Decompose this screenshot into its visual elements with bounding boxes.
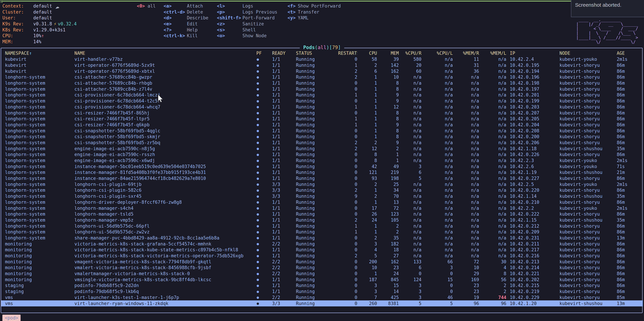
pod-row-vmsingle-victoria-metrics-k8s-stack-9bc8ff4db-lkcsc[interactable]: monitoringvmsingle-victoria-metrics-k8s-… bbox=[1, 276, 643, 282]
pod-row-csi-provisioner-6c78dcb664-t2c5r[interactable]: longhorn-systemcsi-provisioner-6c78dcb66… bbox=[1, 98, 643, 104]
menu-item-shell[interactable]: <s>Shell bbox=[217, 27, 278, 33]
column-header-mem[interactable]: MEM bbox=[377, 51, 399, 56]
menu-item-logs[interactable]: <l>Logs bbox=[217, 3, 278, 9]
pod-row-longhorn-manager-tsld5[interactable]: longhorn-systemlonghorn-manager-tsld5●1/… bbox=[1, 211, 643, 217]
pod-row-csi-snapshotter-58bf69fbd5-4qglc[interactable]: longhorn-systemcsi-snapshotter-58bf69fbd… bbox=[1, 128, 643, 134]
menu-item-show-portforward[interactable]: <f>Show PortForward bbox=[288, 3, 341, 9]
cell-ready: 1/1 bbox=[272, 98, 296, 104]
pod-row-instance-manager-81fd5a408b3f0fe37bb915f193ce4b31[interactable]: longhorn-systeminstance-manager-81fd5a40… bbox=[1, 169, 643, 175]
cell-restarts: 0 bbox=[338, 259, 357, 264]
column-header-restarts[interactable]: RESTARTS bbox=[338, 51, 357, 56]
pod-row-share-manager-pvc-4bbd8429-aa8a-4912-92cb-8cc1aa5e6b8a[interactable]: longhorn-systemshare-manager-pvc-4bbd842… bbox=[1, 235, 643, 241]
notification-text: Screenshot aborted. bbox=[575, 2, 621, 8]
column-header-name[interactable]: NAME bbox=[74, 51, 256, 56]
column-header-status[interactable]: STATUS bbox=[296, 51, 338, 56]
pod-row-longhorn-csi-plugin-69tjb[interactable]: longhorn-systemlonghorn-csi-plugin-69tjb… bbox=[1, 181, 643, 187]
column-header-pcpu-r[interactable]: %CPU/R bbox=[399, 51, 422, 56]
cell-restarts: 2 bbox=[338, 146, 357, 151]
cell-pmem-l: n/a bbox=[479, 122, 506, 127]
cell-restarts: 0 bbox=[338, 241, 357, 246]
menu-item-delete[interactable]: <ctrl-d>Delete bbox=[164, 9, 208, 15]
cell-restarts: 0 bbox=[338, 235, 357, 240]
cell-mem: 845 bbox=[377, 277, 399, 282]
menu-item-attach[interactable]: <a>Attach bbox=[164, 3, 208, 9]
column-header-node[interactable]: NODE bbox=[556, 51, 613, 56]
column-header-pcpu-l[interactable]: %CPU/L bbox=[422, 51, 453, 56]
port-forward-dot-icon: ● bbox=[256, 206, 272, 210]
pod-row-csi-attacher-57689cc84b-rhbgb[interactable]: longhorn-systemcsi-attacher-57689cc84b-r… bbox=[1, 80, 643, 86]
pod-row-virt-operator-6776f5689d-xbtxl[interactable]: kubevirtvirt-operator-6776f5689d-xbtxl●1… bbox=[1, 68, 643, 74]
pod-row-csi-attacher-57689cc84b-gwzpr[interactable]: longhorn-systemcsi-attacher-57689cc84b-g… bbox=[1, 74, 643, 80]
pod-row-vmagent-victoria-metrics-k8s-stack-7794f8db9f-gkqtl[interactable]: monitoringvmagent-victoria-metrics-k8s-s… bbox=[1, 259, 643, 265]
pod-row-victoria-metrics-k8s-stack-victoria-metrics-operator-75db526xgb[interactable]: monitoringvictoria-metrics-k8s-stack-vic… bbox=[1, 253, 643, 259]
pod-row-csi-snapshotter-58bf69fbd5-skmjr[interactable]: longhorn-systemcsi-snapshotter-58bf69fbd… bbox=[1, 134, 643, 140]
pod-row-vmalertmanager-victoria-metrics-k8s-stack-0[interactable]: monitoringvmalertmanager-victoria-metric… bbox=[1, 271, 643, 277]
pod-row-virt-launcher-ryan-windows-11-zkdqk[interactable]: vmsvirt-launcher-ryan-windows-11-zkdqk●3… bbox=[1, 300, 643, 306]
pod-row-virt-launcher-k3s-test-1-master-1-j6p7p[interactable]: vmsvirt-launcher-k3s-test-1-master-1-j6p… bbox=[1, 294, 643, 300]
cell-cpu: 1 bbox=[357, 134, 377, 139]
pod-row-longhorn-ui-56d9b575dc-zw2vz[interactable]: longhorn-systemlonghorn-ui-56d9b575dc-zw… bbox=[1, 229, 643, 235]
column-header-cpu[interactable]: CPU bbox=[357, 51, 377, 56]
pod-row-podinfo-79db68f5c9-lkb6q[interactable]: stagingpodinfo-79db68f5c9-lkb6q●1/1Runni… bbox=[1, 288, 643, 294]
cell-ip: 10.42.0.207 bbox=[506, 110, 556, 116]
cell-mem: 2 bbox=[377, 223, 399, 229]
menu-item-help[interactable]: <?>Help bbox=[164, 27, 208, 33]
menu-item-logs-previous[interactable]: <p>Logs Previous bbox=[217, 9, 278, 15]
pod-row-podinfo-79db68f5c9-2d2dn[interactable]: stagingpodinfo-79db68f5c9-2d2dn●1/1Runni… bbox=[1, 282, 643, 288]
pod-row-longhorn-driver-deployer-8fccf67f6-zw8g8[interactable]: longhorn-systemlonghorn-driver-deployer-… bbox=[1, 199, 643, 205]
cell-name: csi-provisioner-6c78dcb664-t2c5r bbox=[74, 98, 256, 104]
pod-row-engine-image-ei-acb7590c-n8j5g[interactable]: longhorn-systemengine-image-ei-acb7590c-… bbox=[1, 146, 643, 152]
pod-row-csi-snapshotter-58bf69fbd5-zr5bq[interactable]: longhorn-systemcsi-snapshotter-58bf69fbd… bbox=[1, 140, 643, 146]
pod-row-csi-provisioner-6c78dcb664-whcq7[interactable]: longhorn-systemcsi-provisioner-6c78dcb66… bbox=[1, 104, 643, 110]
column-header-pf[interactable]: PF bbox=[256, 51, 272, 56]
pod-row-csi-resizer-7466f7b45f-ltpr5[interactable]: longhorn-systemcsi-resizer-7466f7b45f-lt… bbox=[1, 116, 643, 122]
pod-row-virt-handler-v77bz[interactable]: kubevirtvirt-handler-v77bz●1/1Running058… bbox=[1, 56, 643, 62]
cell-pcpu-r: 5 bbox=[399, 176, 422, 181]
column-header-ip[interactable]: IP bbox=[506, 51, 556, 56]
pod-row-victoria-metrics-k8s-stack-grafana-5ccf54574c-mmhnk[interactable]: monitoringvictoria-metrics-k8s-stack-gra… bbox=[1, 241, 643, 247]
menu-item-all[interactable]: <0> all bbox=[137, 3, 156, 9]
pod-row-longhorn-manager-vmp5z[interactable]: longhorn-systemlonghorn-manager-vmp5z●1/… bbox=[1, 217, 643, 223]
pod-row-longhorn-ui-56d9b575dc-66pfl[interactable]: longhorn-systemlonghorn-ui-56d9b575dc-66… bbox=[1, 223, 643, 229]
pod-row-vmalert-victoria-metrics-k8s-stack-8456988cfb-9jsbf[interactable]: monitoringvmalert-victoria-metrics-k8s-s… bbox=[1, 265, 643, 271]
menu-item-sanitize[interactable]: <z>Sanitize bbox=[217, 21, 278, 27]
column-header-ready[interactable]: READY bbox=[272, 51, 296, 56]
cell-name: virt-launcher-ryan-windows-11-zkdqk bbox=[74, 301, 256, 306]
pod-row-longhorn-csi-plugin-582c6[interactable]: longhorn-systemlonghorn-csi-plugin-582c6… bbox=[1, 187, 643, 193]
pod-row-instance-manager-84ae215964744cf18cb482629a7e8010[interactable]: longhorn-systeminstance-manager-84ae2159… bbox=[1, 175, 643, 181]
menu-item-kill[interactable]: <ctrl-k>Kill bbox=[164, 33, 208, 39]
menu-item-port-forward[interactable]: <shift-f>Port-Forward bbox=[217, 15, 278, 21]
menu-item-transfer[interactable]: <t>Transfer bbox=[288, 9, 341, 15]
pod-row-csi-provisioner-6c78dcb664-lmczj[interactable]: longhorn-systemcsi-provisioner-6c78dcb66… bbox=[1, 92, 643, 98]
pod-row-virt-operator-6776f5689d-5zx9t[interactable]: kubevirtvirt-operator-6776f5689d-5zx9t●1… bbox=[1, 62, 643, 68]
cell-restarts: 0 bbox=[338, 289, 357, 294]
pod-row-victoria-metrics-k8s-stack-kube-state-metrics-c897b4c5b-nfkl8[interactable]: monitoringvictoria-metrics-k8s-stack-kub… bbox=[1, 247, 643, 253]
pod-row-engine-image-ei-acb7590c-rsszh[interactable]: longhorn-systemengine-image-ei-acb7590c-… bbox=[1, 152, 643, 158]
pod-row-csi-resizer-7466f7b45f-865hj[interactable]: longhorn-systemcsi-resizer-7466f7b45f-86… bbox=[1, 110, 643, 116]
column-header-pmem-l[interactable]: %MEM/L bbox=[479, 51, 506, 56]
pod-row-csi-attacher-57689cc84b-z7l4v[interactable]: longhorn-systemcsi-attacher-57689cc84b-z… bbox=[1, 86, 643, 92]
column-header-namespace[interactable]: NAMESPACE↑ bbox=[5, 51, 74, 56]
menu-item-edit[interactable]: <e>Edit bbox=[164, 21, 208, 27]
cell-cpu: 1 bbox=[357, 110, 377, 116]
menu-item-describe[interactable]: <d>Describe bbox=[164, 15, 208, 21]
menu-item-show-node[interactable]: <o>Show Node bbox=[217, 33, 278, 39]
port-forward-dot-icon: ● bbox=[256, 140, 272, 145]
pod-row-longhorn-csi-plugin-sxr45[interactable]: longhorn-systemlonghorn-csi-plugin-sxr45… bbox=[1, 193, 643, 199]
cell-ip: 10.42.0.208 bbox=[506, 128, 556, 133]
cell-age: 21m bbox=[613, 170, 643, 175]
cell-ready: 1/1 bbox=[272, 211, 296, 217]
column-header-age[interactable]: AGE bbox=[613, 51, 643, 56]
pod-row-csi-resizer-7466f7b45f-q6kpb[interactable]: longhorn-systemcsi-resizer-7466f7b45f-q6… bbox=[1, 122, 643, 128]
menu-item-yaml[interactable]: <y>YAML bbox=[288, 15, 341, 21]
pod-row-engine-image-ei-acb7590c-x6wdj[interactable]: longhorn-systemengine-image-ei-acb7590c-… bbox=[1, 158, 643, 164]
cell-status: Running bbox=[296, 140, 338, 145]
column-header-pmem-r[interactable]: %MEM/R bbox=[453, 51, 479, 56]
pod-row-instance-manager-5bc01eeb519c0ed639e504e0374b7025[interactable]: longhorn-systeminstance-manager-5bc01eeb… bbox=[1, 163, 643, 169]
cell-name: longhorn-driver-deployer-8fccf67f6-zw8g8 bbox=[74, 200, 256, 205]
cell-pcpu-l: n/a bbox=[422, 110, 453, 116]
cell-restarts: 1 bbox=[338, 229, 357, 234]
cell-status: Running bbox=[296, 104, 338, 110]
pod-row-longhorn-manager-s4ch4[interactable]: longhorn-systemlonghorn-manager-s4ch4●1/… bbox=[1, 205, 643, 211]
cell-node: kubevirt-shoryu bbox=[556, 128, 613, 133]
